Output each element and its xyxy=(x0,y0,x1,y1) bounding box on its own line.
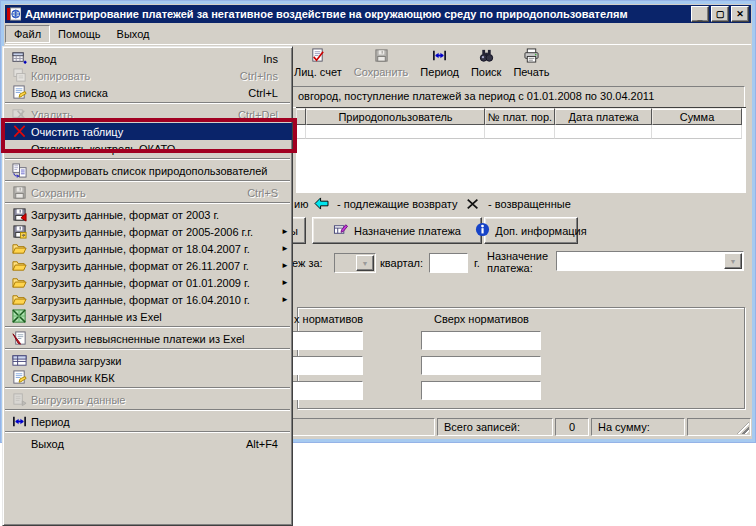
purpose-label-line2: платежа: xyxy=(487,262,533,274)
menubar-item-help[interactable]: Помощь xyxy=(50,26,109,42)
menu-item-label: Загрузить данные, формат от 18.04.2007 г… xyxy=(31,243,250,255)
folder-icon xyxy=(8,241,31,256)
quarter-label: квартал: xyxy=(380,257,423,269)
menu-item-shortcut: Ctrl+Ins xyxy=(240,70,281,82)
menu-item-vvod[interactable]: ВводIns xyxy=(3,50,292,67)
menu-item-load-26-11-2007[interactable]: Загрузить данные, формат от 26.11.2007 г… xyxy=(3,257,292,274)
additional-info-button[interactable]: Доп. информация xyxy=(484,217,578,244)
menu-separator xyxy=(5,158,290,160)
menu-separator xyxy=(5,180,290,182)
save-icon xyxy=(374,48,389,65)
toolbar-button-print[interactable]: Печать xyxy=(508,46,554,80)
toolbar-button-label: Лиц. счет xyxy=(294,66,342,78)
column-header[interactable]: № плат. пор. xyxy=(485,108,555,125)
table-cell-empty[interactable] xyxy=(652,125,742,139)
toolbar-button-label: Период xyxy=(420,66,459,78)
toolbar-button-period[interactable]: Период xyxy=(415,46,464,80)
menu-item-load-unclear-excel[interactable]: Загрузить невыясненные платежи из Exel xyxy=(3,330,292,347)
toolbar-button-search[interactable]: Поиск xyxy=(466,46,506,80)
submenu-arrow-icon: ► xyxy=(281,228,289,236)
menu-item-label: Справочник КБК xyxy=(31,372,115,384)
status-records-value: 0 xyxy=(555,418,589,436)
menu-item-shortcut: Alt+F4 xyxy=(246,438,281,450)
menu-item-load-18-04-2007[interactable]: Загрузить данные, формат от 18.04.2007 г… xyxy=(3,240,292,257)
toolbar-button-save[interactable]: Сохранить xyxy=(349,46,414,80)
excel-unclear-icon xyxy=(8,331,31,346)
submenu-arrow-icon: ► xyxy=(281,296,289,304)
menu-item-label: Правила загрузки xyxy=(31,355,121,367)
form-icon xyxy=(8,370,31,385)
payment-purpose-button[interactable]: Назначение платежа xyxy=(312,217,482,244)
menu-item-label: Сформировать список природопользователей xyxy=(31,165,268,177)
table-empty-row[interactable] xyxy=(296,125,746,139)
menu-item-vvod-iz-spiska[interactable]: Ввод из спискаCtrl+L xyxy=(3,84,292,101)
menu-item-shortcut: Ctrl+L xyxy=(248,87,281,99)
table-cell-empty[interactable] xyxy=(296,125,306,139)
toolbar-button-account[interactable]: Лиц. счет xyxy=(289,46,347,80)
chevron-down-icon[interactable]: ▼ xyxy=(356,255,374,271)
folder-icon xyxy=(8,292,31,307)
period-combobox[interactable]: ▼ xyxy=(334,253,376,273)
payment-for-label: еж за: xyxy=(292,257,323,269)
menu-item-shortcut: Ins xyxy=(263,53,281,65)
menu-item-load-2003[interactable]: Загрузить данные, формат от 2003 г. xyxy=(3,206,292,223)
quarter-input[interactable] xyxy=(429,253,468,273)
menubar-item-file[interactable]: Файл xyxy=(5,25,50,43)
chevron-down-icon[interactable]: ▼ xyxy=(724,253,742,269)
menu-item-label: Загрузить данные из Exel xyxy=(31,311,162,323)
title-bar[interactable]: Администрирование платежей за негативное… xyxy=(5,5,751,23)
menu-item-period[interactable]: Период xyxy=(3,413,292,430)
menu-item-label: Загрузить невыясненные платежи из Exel xyxy=(31,333,244,345)
column-header[interactable]: Природопользователь xyxy=(306,108,485,125)
copy-icon xyxy=(8,68,31,83)
row-indicator-header[interactable] xyxy=(296,108,306,125)
menu-separator xyxy=(5,387,290,389)
menu-separator xyxy=(5,326,290,328)
column-header[interactable]: Дата платежа xyxy=(555,108,652,125)
toolbar-button-label: Поиск xyxy=(471,66,501,78)
table-cell-empty[interactable] xyxy=(485,125,555,139)
menu-item-label: Выгрузить данные xyxy=(31,394,125,406)
norm-value-input[interactable] xyxy=(421,356,541,375)
menu-item-kbk-directory[interactable]: Справочник КБК xyxy=(3,369,292,386)
form-icon xyxy=(8,85,31,100)
period-icon xyxy=(432,48,447,65)
menu-separator xyxy=(5,202,290,204)
minimize-icon: _ xyxy=(697,12,702,22)
minimize-button[interactable]: _ xyxy=(691,6,709,22)
menu-item-save[interactable]: СохранитьCtrl+S xyxy=(3,184,292,201)
norm-value-input[interactable] xyxy=(421,331,541,350)
table-cell-empty[interactable] xyxy=(306,125,485,139)
folder-icon xyxy=(8,275,31,290)
norm-value-input[interactable] xyxy=(421,381,541,400)
menu-item-load-2005-2006[interactable]: Загрузить данные, формат от 2005-2006 г.… xyxy=(3,223,292,240)
menu-item-copy[interactable]: КопироватьCtrl+Ins xyxy=(3,67,292,84)
menu-item-label: Период xyxy=(31,416,70,428)
column-header[interactable]: Сумма xyxy=(652,108,742,125)
menu-item-load-16-04-2010[interactable]: Загрузить данные, формат от 16.04.2010 г… xyxy=(3,291,292,308)
close-button[interactable]: ✕ xyxy=(731,6,749,22)
status-sum-value xyxy=(687,418,751,436)
print-icon xyxy=(524,48,539,65)
toolbar-button-label: Сохранить xyxy=(354,66,409,78)
menu-item-load-01-01-2009[interactable]: Загрузить данные, формат от 01.01.2009 г… xyxy=(3,274,292,291)
menu-item-generate-list[interactable]: Сформировать список природопользователей xyxy=(3,162,292,179)
menu-separator xyxy=(5,102,290,104)
import-yellow-icon xyxy=(8,224,31,239)
table-cell-empty[interactable] xyxy=(555,125,652,139)
table-add-icon xyxy=(8,51,31,66)
menubar-item-exit[interactable]: Выход xyxy=(109,26,158,42)
payments-table[interactable]: Природопользователь№ плат. пор.Дата плат… xyxy=(296,107,746,193)
menu-item-load-excel[interactable]: Загрузить данные из Exel xyxy=(3,308,292,325)
status-sum-label: На сумму: xyxy=(591,418,685,436)
menu-item-export-data[interactable]: Выгрузить данные xyxy=(3,391,292,408)
maximize-button[interactable]: ▢ xyxy=(711,6,729,22)
resize-grip[interactable] xyxy=(737,422,749,434)
purpose-combobox[interactable]: ▼ xyxy=(556,251,744,271)
arrow-left-icon xyxy=(312,195,330,212)
x-mark-icon xyxy=(464,195,482,212)
menu-item-exit[interactable]: ВыходAlt+F4 xyxy=(3,435,292,452)
menu-item-load-rules[interactable]: Правила загрузки xyxy=(3,352,292,369)
additional-info-button-label: Доп. информация xyxy=(495,225,586,237)
year-label: г. xyxy=(474,257,480,269)
